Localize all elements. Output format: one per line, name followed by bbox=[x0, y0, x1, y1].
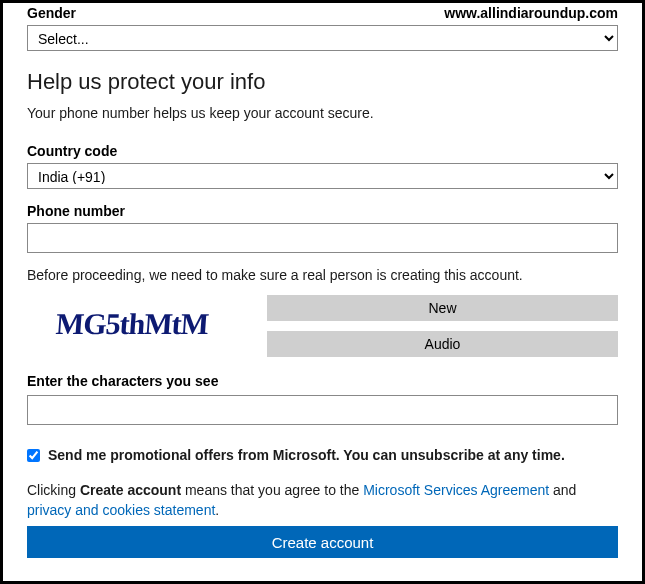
captcha-audio-button[interactable]: Audio bbox=[267, 331, 618, 357]
section-heading: Help us protect your info bbox=[27, 69, 618, 95]
captcha-enter-label: Enter the characters you see bbox=[27, 373, 618, 389]
legal-sep: and bbox=[549, 482, 576, 498]
section-subtext: Your phone number helps us keep your acc… bbox=[27, 105, 618, 121]
phone-input[interactable] bbox=[27, 223, 618, 253]
country-code-label: Country code bbox=[27, 143, 618, 159]
gender-select[interactable]: Select... bbox=[27, 25, 618, 51]
legal-prefix: Clicking bbox=[27, 482, 80, 498]
captcha-before-text: Before proceeding, we need to make sure … bbox=[27, 267, 618, 283]
legal-bold: Create account bbox=[80, 482, 181, 498]
services-agreement-link[interactable]: Microsoft Services Agreement bbox=[363, 482, 549, 498]
captcha-new-button[interactable]: New bbox=[267, 295, 618, 321]
phone-label: Phone number bbox=[27, 203, 618, 219]
create-account-button[interactable]: Create account bbox=[27, 526, 618, 558]
privacy-statement-link[interactable]: privacy and cookies statement bbox=[27, 502, 215, 518]
captcha-image: MG5thMtM bbox=[25, 295, 239, 353]
promo-label: Send me promotional offers from Microsof… bbox=[48, 447, 565, 463]
legal-suffix: . bbox=[215, 502, 219, 518]
captcha-input[interactable] bbox=[27, 395, 618, 425]
country-code-select[interactable]: India (+91) bbox=[27, 163, 618, 189]
legal-mid: means that you agree to the bbox=[181, 482, 363, 498]
promo-checkbox[interactable] bbox=[27, 449, 40, 462]
legal-text: Clicking Create account means that you a… bbox=[27, 481, 618, 520]
watermark-text: www.allindiaroundup.com bbox=[444, 5, 618, 21]
